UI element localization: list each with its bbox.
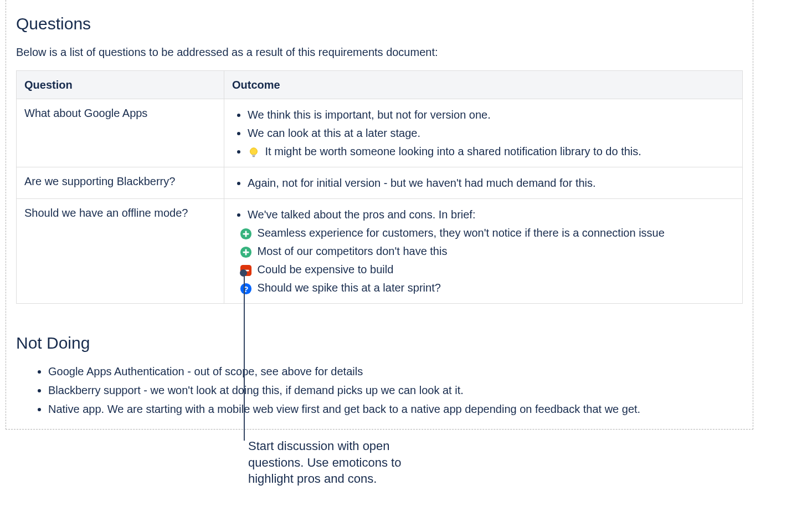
not-doing-heading: Not Doing <box>16 330 743 355</box>
list-item: ? Should we spike this at a later sprint… <box>240 279 734 296</box>
outcome-cell: We've talked about the pros and cons. In… <box>224 199 743 304</box>
plus-icon <box>240 246 252 258</box>
svg-point-0 <box>250 147 258 155</box>
callout-connector-line <box>244 272 245 441</box>
list-item: Again, not for initial version - but we … <box>248 175 734 191</box>
list-item: Blackberry support - we won't look at do… <box>48 382 743 399</box>
svg-rect-8 <box>245 249 247 255</box>
list-item: Seamless experience for customers, they … <box>240 224 734 241</box>
outcome-cell: Again, not for initial version - but we … <box>224 167 743 199</box>
page-root: Questions Below is a list of questions t… <box>0 0 812 521</box>
col-header-outcome: Outcome <box>224 71 743 99</box>
list-item: Could be expensive to build <box>240 261 734 278</box>
outcome-text: Should we spike this at a later sprint? <box>258 282 441 294</box>
outcome-text: We've talked about the pros and cons. In… <box>248 208 475 221</box>
outcome-list: We think this is important, but not for … <box>232 106 734 160</box>
outcome-text: Most of our competitors don't have this <box>258 245 448 257</box>
list-item: Google Apps Authentication - out of scop… <box>48 363 743 380</box>
list-item: We think this is important, but not for … <box>248 106 734 123</box>
list-item: We've talked about the pros and cons. In… <box>248 206 734 223</box>
outcome-text: We think this is important, but not for … <box>248 109 491 121</box>
table-row: Should we have an offline mode? We've ta… <box>17 199 743 304</box>
svg-rect-1 <box>252 154 255 156</box>
question-icon: ? <box>240 283 252 295</box>
not-doing-list: Google Apps Authentication - out of scop… <box>16 363 743 417</box>
lightbulb-icon <box>248 146 260 159</box>
questions-table: Question Outcome What about Google Apps … <box>16 70 743 304</box>
plus-icon <box>240 228 252 240</box>
list-item: Most of our competitors don't have this <box>240 243 734 259</box>
list-item: It might be worth someone looking into a… <box>248 143 734 160</box>
outcome-text: Could be expensive to build <box>258 263 394 275</box>
question-cell: Are we supporting Blackberry? <box>17 167 224 199</box>
question-cell: Should we have an offline mode? <box>17 199 224 304</box>
outcome-list: Again, not for initial version - but we … <box>232 175 734 191</box>
outcome-text: We can look at this at a later stage. <box>248 127 420 139</box>
question-cell: What about Google Apps <box>17 99 224 167</box>
list-item: Native app. We are starting with a mobil… <box>48 401 743 417</box>
list-item: We can look at this at a later stage. <box>248 125 734 141</box>
table-row: What about Google Apps We think this is … <box>17 99 743 167</box>
outcome-text: Again, not for initial version - but we … <box>248 177 596 189</box>
questions-intro-text: Below is a list of questions to be addre… <box>16 44 743 60</box>
svg-rect-5 <box>245 231 247 237</box>
outcome-text: Seamless experience for customers, they … <box>258 227 665 239</box>
document-body: Questions Below is a list of questions t… <box>6 0 753 430</box>
col-header-question: Question <box>17 71 224 99</box>
table-row: Are we supporting Blackberry? Again, not… <box>17 167 743 199</box>
outcome-list: We've talked about the pros and cons. In… <box>232 206 734 296</box>
callout-annotation-text: Start discussion with open questions. Us… <box>248 438 431 487</box>
table-header-row: Question Outcome <box>17 71 743 99</box>
outcome-cell: We think this is important, but not for … <box>224 99 743 167</box>
questions-heading: Questions <box>16 11 743 36</box>
outcome-text: It might be worth someone looking into a… <box>265 145 641 157</box>
svg-rect-2 <box>253 156 255 157</box>
